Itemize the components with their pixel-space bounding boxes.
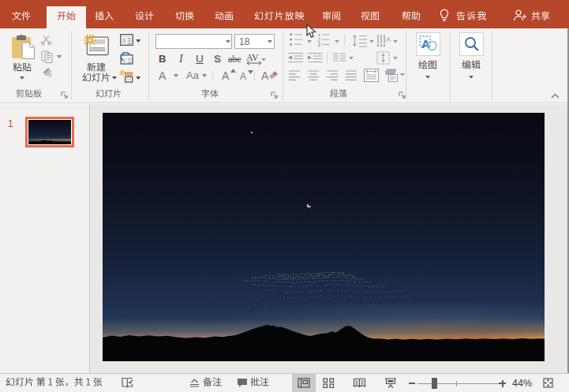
svg-text:3: 3 (318, 42, 321, 47)
svg-text:A: A (386, 35, 391, 43)
